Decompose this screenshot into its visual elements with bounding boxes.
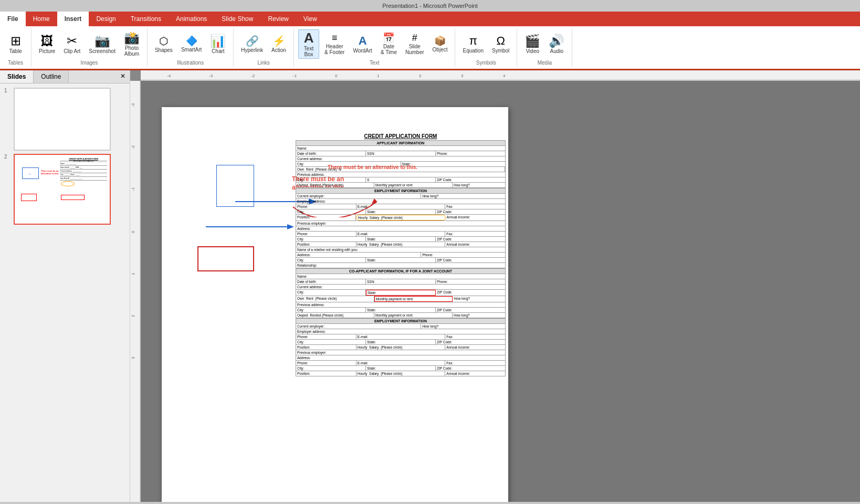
svg-text:0: 0 — [131, 230, 135, 233]
media-group-label: Media — [538, 60, 552, 66]
tab-animations[interactable]: Animations — [169, 12, 214, 26]
picture-button[interactable]: 🖼 Picture — [36, 34, 58, 55]
form-row-prev-emp-city: City: State: ZIP Code: — [296, 237, 506, 242]
shapes-icon: ⬡ — [159, 36, 168, 46]
header-footer-button[interactable]: ≡ Header& Footer — [321, 32, 348, 56]
slidenumber-button[interactable]: # SlideNumber — [402, 32, 427, 56]
form-cell-hourly: Hourly Salary (Please circle) — [356, 215, 445, 220]
blue-arrow-middle — [206, 223, 295, 231]
textbox-button[interactable]: A TextBox — [298, 29, 319, 59]
slide-num-1: 1 — [4, 88, 11, 93]
action-button[interactable]: ⚡ Action — [268, 35, 289, 54]
form-cell-emp-fax: Fax: — [445, 204, 505, 209]
ribbon-group-text: A TextBox ≡ Header& Footer A WordArt 📅 D… — [294, 28, 455, 67]
employment-section-header: EMPLOYMENT INFORMATION — [296, 188, 506, 194]
form-row-co-dob: Date of birth: SSN: Phone: — [296, 279, 506, 285]
textbox-icon: A — [304, 31, 314, 45]
tab-design[interactable]: Design — [89, 12, 123, 26]
shapes-button[interactable]: ⬡ Shapes — [152, 35, 176, 54]
screenshot-icon: 📷 — [95, 35, 110, 47]
svg-text:2: 2 — [131, 314, 135, 317]
form-cell-co-phone: Phone: — [436, 279, 505, 284]
hyperlink-button[interactable]: 🔗 Hyperlink — [238, 35, 266, 54]
svg-text:-2: -2 — [131, 145, 135, 149]
shapes-label: Shapes — [155, 47, 173, 53]
audio-button[interactable]: 🔊 Audio — [546, 34, 568, 55]
textbox-label: TextBox — [304, 46, 313, 57]
form-row-dob: Date of birth: SSN: Phone: — [296, 151, 506, 156]
form-cell-prev-address: Previous address: — [296, 172, 505, 177]
form-row-co-employer-address: Employer address: — [296, 329, 506, 334]
sidebar-close-button[interactable]: ✕ — [116, 70, 130, 83]
svg-text:1: 1 — [377, 74, 380, 78]
form-cell-co-emp-city: City: — [296, 340, 366, 344]
slide-preview-2[interactable]: CREDIT APPLICATION FORM APPLICANT INFORM… — [14, 154, 111, 225]
tab-slideshow[interactable]: Slide Show — [214, 12, 260, 26]
form-cell-dob: Date of birth: — [296, 151, 366, 156]
slide-canvas[interactable]: There must be an alternative to this. CR… — [162, 107, 508, 502]
tab-transitions[interactable]: Transitions — [123, 12, 169, 26]
form-row-co-employer: Current employer: How long? — [296, 324, 506, 329]
form-cell-prev-emp-annual: Annual income: — [445, 242, 505, 247]
smartart-button[interactable]: 🔷 SmartArt — [178, 35, 205, 54]
red-rect-bottom[interactable] — [197, 246, 254, 271]
canvas-scroll[interactable]: There must be an alternative to this. CR… — [141, 81, 860, 502]
equation-button[interactable]: π Equation — [459, 34, 486, 55]
clipart-button[interactable]: ✂ Clip Art — [60, 34, 83, 55]
tab-file[interactable]: File — [0, 12, 26, 26]
app-title: Presentation1 - Microsoft PowerPoint — [382, 3, 478, 9]
tab-review[interactable]: Review — [260, 12, 296, 26]
action-icon: ⚡ — [272, 36, 286, 46]
form-cell-prev-emp-position: Position: — [296, 242, 356, 247]
form-row-own-rent: Own Rent (Please circle) M There must be… — [296, 167, 506, 172]
form-row-name: Name: — [296, 146, 506, 151]
svg-text:0: 0 — [335, 74, 338, 78]
screenshot-button[interactable]: 📷 Screenshot — [86, 34, 119, 55]
form-cell-phone: Phone: — [436, 151, 505, 156]
form-row-emp-city: City: State: ZIP Code: — [296, 209, 506, 215]
tab-insert[interactable]: Insert — [57, 12, 89, 26]
symbol-button[interactable]: Ω Symbol — [489, 34, 512, 55]
form-row-co-emp-phone: Phone: E-mail: Fax: — [296, 334, 506, 340]
form-row-co-prev-emp-address: Address: — [296, 355, 506, 361]
equation-label: Equation — [463, 48, 483, 54]
form-row-owned: Owhed Rented (Please circle) Monthly pay… — [296, 183, 506, 188]
chart-button[interactable]: 📊 Chart — [207, 34, 229, 55]
form-cell-co-state2: State: — [366, 308, 436, 312]
form-cell-co-prev-employer: Previous employer: — [296, 350, 505, 355]
form-row-co-owned: Owped Rented (Please circle) Monthly pay… — [296, 313, 506, 318]
datetime-button[interactable]: 📅 Date& Time — [377, 32, 400, 56]
svg-text:4: 4 — [503, 74, 506, 78]
form-cell-co-emp-zip: ZIP Code: — [436, 340, 505, 344]
form-cell-co-prev-emp-address: Address: — [296, 355, 505, 360]
video-button[interactable]: 🎬 Video — [521, 34, 543, 55]
form-cell-zip: S — [366, 177, 436, 182]
screenshot-label: Screenshot — [89, 48, 116, 54]
wordart-button[interactable]: A WordArt — [350, 34, 375, 55]
svg-text:-4: -4 — [167, 74, 171, 78]
form-row-co-city: City: State: ZIP Code: — [296, 290, 506, 296]
sidebar-tabs: Slides Outline ✕ — [0, 70, 130, 83]
canvas-area[interactable]: -4 -3 -2 -1 0 1 2 3 4 -3 -2 -1 0 — [130, 70, 860, 502]
photoalbum-button[interactable]: 📸 PhotoAlbum — [121, 30, 143, 58]
tab-slides[interactable]: Slides — [0, 70, 34, 83]
ruler-marks-h: -4 -3 -2 -1 0 1 2 3 4 — [141, 70, 860, 80]
slide-preview-1[interactable] — [14, 88, 111, 151]
svg-text:3: 3 — [131, 356, 135, 359]
object-button[interactable]: 📦 Object — [429, 35, 451, 54]
form-row-prev-address: Previous address: — [296, 172, 506, 177]
tab-outline[interactable]: Outline — [34, 70, 69, 83]
form-cell-co-emp-phone: Phone: — [296, 334, 356, 339]
form-row-employer: Current employer: How long? — [296, 194, 506, 199]
ribbon-group-links: 🔗 Hyperlink ⚡ Action Links — [234, 28, 294, 67]
tab-view[interactable]: View — [296, 12, 324, 26]
form-row-rel-city: City: State: ZIP Code: — [296, 258, 506, 263]
svg-text:-3: -3 — [209, 74, 213, 78]
form-cell-employer-address: Employer address: — [296, 199, 505, 204]
svg-text:3: 3 — [461, 74, 464, 78]
form-row-position: Position: Hourly Salary (Please circle) … — [296, 215, 506, 221]
form-cell-rel-state: State: — [366, 258, 436, 262]
table-button[interactable]: ⊞ Table — [5, 34, 26, 55]
tab-home[interactable]: Home — [26, 12, 57, 26]
object-label: Object — [433, 47, 448, 52]
